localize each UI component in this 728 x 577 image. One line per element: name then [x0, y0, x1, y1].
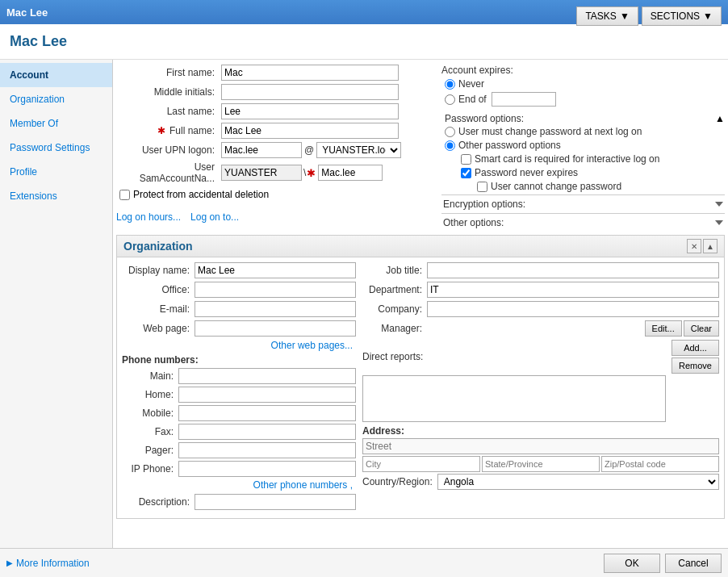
password-options-chevron-icon: ▲	[715, 113, 725, 124]
company-input[interactable]	[427, 301, 719, 317]
add-button[interactable]: Add...	[672, 340, 719, 356]
main-phone-input[interactable]	[178, 368, 356, 384]
tasks-button[interactable]: TASKS ▼	[576, 6, 638, 26]
content-area: First name: Middle initials: Last name: …	[113, 60, 728, 548]
more-information-link[interactable]: ▶ More Information	[6, 558, 90, 569]
pager-label: Pager:	[122, 445, 178, 456]
required-star-icon: ✱	[157, 125, 165, 136]
ok-button[interactable]: OK	[604, 554, 660, 573]
cancel-button[interactable]: Cancel	[665, 554, 722, 573]
org-content: Display name: Office: E-mail: Web page:	[117, 257, 724, 518]
zip-input[interactable]	[601, 456, 719, 472]
sidebar-item-profile[interactable]: Profile	[0, 160, 112, 184]
other-options2-label: Other options:	[443, 217, 504, 228]
office-input[interactable]	[195, 282, 356, 298]
other-options-radio[interactable]	[445, 140, 455, 151]
direct-reports-label: Direct reports:	[362, 351, 423, 362]
first-name-input[interactable]	[221, 65, 399, 81]
other-phone-link[interactable]: Other phone numbers ,	[122, 479, 356, 491]
description-input[interactable]	[195, 494, 356, 510]
main-container: Account Organization Member Of Password …	[0, 60, 728, 548]
must-change-radio[interactable]	[445, 127, 455, 137]
main-phone-label: Main:	[122, 370, 178, 382]
street-input[interactable]	[362, 438, 719, 454]
country-select[interactable]: Angola	[437, 474, 719, 490]
end-of-date-input[interactable]	[492, 92, 556, 107]
other-web-pages-link[interactable]: Other web pages...	[122, 340, 356, 351]
office-label: Office:	[122, 284, 195, 295]
department-input[interactable]	[427, 282, 719, 298]
edit-button[interactable]: Edit...	[645, 320, 682, 337]
expiry-section: Account expires: Never End of	[441, 65, 725, 107]
sidebar-item-password-settings[interactable]: Password Settings	[0, 136, 112, 160]
sidebar-item-extensions[interactable]: Extensions	[0, 184, 112, 208]
full-name-input[interactable]	[221, 123, 399, 139]
job-title-label: Job title:	[362, 265, 427, 276]
end-of-radio-row: End of	[441, 92, 725, 107]
sidebar-item-organization[interactable]: Organization	[0, 87, 112, 111]
protect-label: Protect from accidental deletion	[133, 189, 269, 200]
manager-label: Manager:	[362, 323, 427, 334]
clear-button[interactable]: Clear	[684, 320, 719, 337]
mobile-phone-label: Mobile:	[122, 408, 178, 419]
smart-card-row: Smart card is required for interactive l…	[458, 153, 725, 165]
sam-separator: \ ✱	[302, 167, 318, 179]
sections-label: SECTIONS	[651, 10, 700, 22]
never-expires-checkbox[interactable]	[461, 168, 471, 178]
phone-section: Phone numbers: Main: Home: Mobile:	[122, 354, 356, 477]
org-close-button[interactable]: ✕	[687, 239, 701, 253]
job-title-input[interactable]	[427, 262, 719, 278]
fax-label: Fax:	[122, 426, 178, 437]
sidebar-item-member-of[interactable]: Member Of	[0, 111, 112, 136]
ip-phone-input[interactable]	[178, 461, 356, 477]
middle-initials-row: Middle initials:	[116, 84, 432, 100]
upn-input[interactable]	[221, 142, 302, 158]
upn-domain-select[interactable]: YUANSTER.loc.	[316, 142, 401, 158]
display-name-input[interactable]	[195, 262, 356, 278]
footer-bar: ▶ More Information OK Cancel	[0, 548, 728, 577]
sections-chevron-icon: ▼	[703, 10, 713, 22]
pager-input[interactable]	[178, 442, 356, 458]
state-input[interactable]	[482, 456, 600, 472]
web-page-input[interactable]	[195, 320, 356, 337]
right-options: Account expires: Never End of P	[438, 65, 725, 232]
cannot-change-checkbox[interactable]	[477, 182, 487, 192]
header-action-buttons: TASKS ▼ SECTIONS ▼	[576, 6, 722, 26]
city-input[interactable]	[362, 456, 480, 472]
logon-hours-button[interactable]: Log on hours...	[116, 211, 181, 223]
fax-row: Fax:	[122, 424, 356, 440]
home-phone-input[interactable]	[178, 387, 356, 403]
email-input[interactable]	[195, 301, 356, 317]
last-name-input[interactable]	[221, 103, 399, 119]
mobile-phone-input[interactable]	[178, 405, 356, 421]
account-section: First name: Middle initials: Last name: …	[113, 60, 728, 232]
sidebar-item-account[interactable]: Account	[0, 63, 112, 87]
org-left-fields: Display name: Office: E-mail: Web page:	[122, 262, 356, 513]
org-collapse-button[interactable]: ▲	[703, 239, 718, 253]
org-header: Organization ✕ ▲	[117, 236, 724, 257]
mobile-phone-row: Mobile:	[122, 405, 356, 421]
sections-button[interactable]: SECTIONS ▼	[642, 6, 722, 26]
middle-initials-input[interactable]	[221, 84, 399, 100]
remove-button[interactable]: Remove	[672, 357, 719, 374]
cannot-change-label: User cannot change password	[491, 181, 621, 192]
smart-card-checkbox[interactable]	[461, 154, 471, 165]
left-fields: First name: Middle initials: Last name: …	[116, 65, 438, 232]
web-page-row: Web page:	[122, 320, 356, 337]
address-label: Address:	[362, 425, 719, 437]
other-options-radio-row: Other password options	[441, 140, 725, 151]
logon-to-button[interactable]: Log on to...	[190, 211, 239, 223]
other-options-row[interactable]: Other options:	[441, 213, 725, 232]
home-phone-label: Home:	[122, 389, 178, 400]
expires-label: Account expires:	[441, 65, 513, 76]
sam-domain-input[interactable]	[221, 165, 302, 181]
org-title: Organization	[123, 240, 193, 253]
protect-checkbox[interactable]	[119, 190, 130, 200]
end-of-radio[interactable]	[445, 94, 455, 105]
never-radio[interactable]	[445, 79, 455, 90]
encryption-options-row[interactable]: Encryption options:	[441, 194, 725, 213]
tasks-chevron-icon: ▼	[620, 10, 630, 22]
fax-input[interactable]	[178, 424, 356, 440]
office-row: Office:	[122, 282, 356, 298]
sam-input[interactable]	[318, 165, 383, 181]
